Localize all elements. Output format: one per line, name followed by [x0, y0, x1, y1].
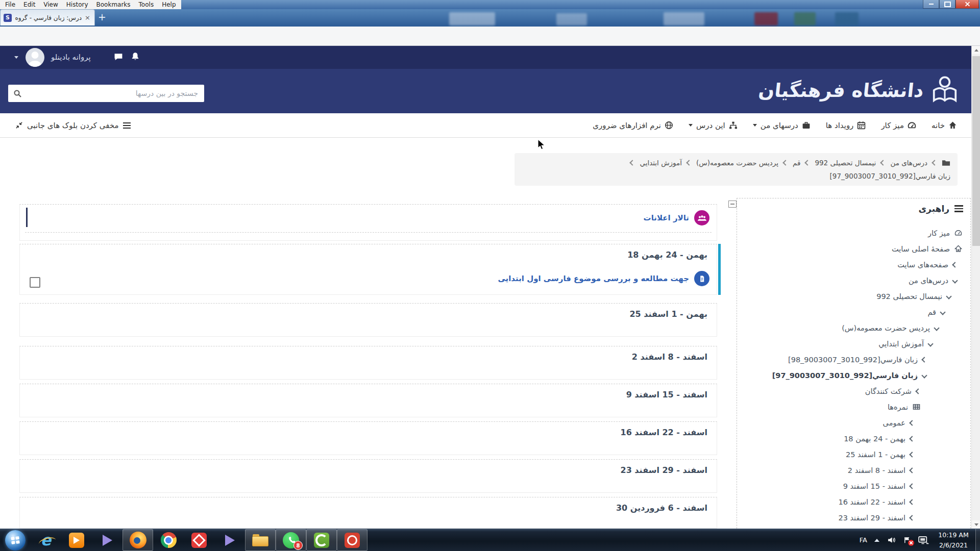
taskbar-explorer[interactable] [245, 529, 276, 551]
browser-tab[interactable]: S درس: زبان فارسي - گروه 97 [992] × [0, 9, 95, 26]
nav-label: درسهای من [761, 121, 798, 130]
item-label: شرکت کنندگان [865, 387, 912, 395]
taskbar-firefox-active[interactable] [122, 529, 153, 551]
course-search[interactable] [8, 85, 204, 102]
navblock-item-dashboard[interactable]: میز کار [928, 225, 970, 241]
navigation-block-header: راهبری [919, 204, 964, 214]
navblock-item-program[interactable]: آموزش ابتدايي [878, 336, 970, 352]
navblock-item-week-6[interactable]: 23 اسفند - 29 اسفند [838, 510, 970, 525]
breadcrumb-course[interactable]: زبان فارسي[97_9003007_3010_992] [830, 172, 950, 180]
navblock-item-week-1[interactable]: 18 بهمن - 24 بهمن [844, 431, 970, 446]
taskbar-clock[interactable]: 10:19 AM 2/6/2021 [936, 530, 971, 550]
chevron-collapsed-icon [909, 436, 915, 441]
messages-icon[interactable] [113, 53, 124, 61]
taskbar-internet-explorer[interactable]: e [31, 529, 61, 551]
chevron-collapsed-icon [909, 467, 915, 473]
menu-bookmarks[interactable]: Bookmarks [96, 1, 131, 8]
nav-item-dashboard[interactable]: میز کار [881, 121, 916, 130]
taskbar-whatsapp[interactable]: 8 [276, 529, 306, 551]
navblock-item-course-97[interactable]: زبان فارسي[97_9003007_3010_992] [772, 367, 970, 383]
tab-close-icon[interactable]: × [84, 14, 91, 21]
navblock-item-city[interactable]: قم [927, 304, 970, 320]
navblock-item-grades[interactable]: نمره‌ها [888, 399, 970, 415]
show-hidden-icons[interactable] [874, 539, 879, 542]
nav-item-software[interactable]: نرم افزارهای ضروری [593, 121, 673, 130]
menu-history[interactable]: History [66, 1, 88, 8]
navblock-item-course-98[interactable]: زبان فارسي[98_9003007_3010_992] [788, 352, 970, 367]
glass-reflection [449, 12, 495, 26]
taskbar-kmplayer-2[interactable] [214, 529, 245, 551]
nav-item-my-courses[interactable]: درسهای من [753, 121, 811, 130]
breadcrumb-my-courses[interactable]: درس‌های من [890, 159, 927, 167]
navblock-item-semester[interactable]: نیمسال تحصیلی 992 [876, 288, 970, 304]
volume-icon[interactable] [887, 536, 896, 544]
navblock-item-week-2[interactable]: 25 بهمن - 1 اسفند [846, 446, 970, 462]
taskbar-chrome[interactable] [153, 529, 184, 551]
nav-label: خانه [932, 121, 945, 130]
section-week-4: 9 اسفند - 15 اسفند [19, 384, 717, 417]
glass-reflection [664, 12, 704, 26]
breadcrumb-program[interactable]: آموزش ابتدايي [640, 159, 682, 167]
minimize-button[interactable] [923, 0, 939, 9]
hide-blocks-button[interactable]: مخفی کردن بلوک های جانبی [15, 113, 131, 137]
new-tab-button[interactable]: + [98, 12, 106, 22]
nav-item-events[interactable]: رویداد ها [826, 121, 866, 130]
menu-file[interactable]: File [5, 1, 15, 8]
sitemap-icon [729, 121, 738, 130]
breadcrumb-campus[interactable]: پردیس حضرت معصومه(س) [696, 159, 778, 167]
navblock-item-week-3[interactable]: 2 اسفند - 8 اسفند [848, 462, 970, 478]
navblock-item-general[interactable]: عمومی [883, 415, 970, 431]
breadcrumb-semester[interactable]: نیمسال تحصیلی 992 [815, 159, 876, 167]
university-logo[interactable]: دانشگاه فرهنگیان [758, 75, 958, 106]
navblock-item-participants[interactable]: شرکت کنندگان [865, 383, 970, 399]
language-indicator[interactable]: FA [860, 536, 867, 544]
menu-view[interactable]: View [43, 1, 58, 8]
user-menu-caret-icon[interactable] [14, 56, 18, 59]
navblock-item-campus[interactable]: پردیس حضرت معصومه(س) [842, 320, 970, 336]
chevron-expanded-icon [934, 325, 939, 331]
forum-icon [694, 210, 709, 226]
start-button[interactable] [0, 529, 31, 551]
menu-help[interactable]: Help [162, 1, 176, 8]
block-menu-icon[interactable] [954, 205, 963, 212]
user-name[interactable]: پروانه بادینلو [51, 53, 91, 62]
notifications-bell-icon[interactable] [131, 52, 140, 61]
activity-link[interactable]: جهت مطالعه و بررسی موضوع فارسی اول ابتدا… [498, 271, 709, 286]
menu-tools[interactable]: Tools [139, 1, 154, 8]
navblock-item-site-home[interactable]: صفحهٔ اصلی سایت [892, 241, 970, 257]
completion-checkbox[interactable] [30, 277, 40, 288]
taskbar-kmplayer[interactable] [92, 529, 122, 551]
chrome-icon [161, 532, 177, 548]
scroll-down-button[interactable] [972, 520, 980, 529]
navblock-item-week-4[interactable]: 9 اسفند - 15 اسفند [843, 478, 970, 494]
browser-menubar: File Edit View History Bookmarks Tools H… [0, 0, 980, 9]
menu-edit[interactable]: Edit [23, 1, 35, 8]
dock-block-icon[interactable] [728, 201, 737, 208]
action-center-flag-icon[interactable] [903, 536, 911, 544]
navblock-item-my-courses[interactable]: درس‌های من [909, 272, 970, 288]
scrollbar-thumb[interactable] [972, 56, 980, 246]
page-scrollbar[interactable] [971, 46, 980, 529]
taskbar-media-player[interactable] [61, 529, 92, 551]
tray-time: 10:19 AM [936, 530, 971, 540]
taskbar-camtasia-recorder[interactable] [337, 529, 368, 551]
taskbar-camtasia[interactable] [306, 529, 337, 551]
announcements-forum-link[interactable]: تالار اعلانات [644, 210, 709, 226]
close-button[interactable] [955, 0, 979, 9]
navblock-item-week-5[interactable]: 16 اسفند - 22 اسفند [838, 494, 970, 510]
maximize-button[interactable] [939, 0, 955, 9]
avatar[interactable] [26, 48, 44, 67]
nav-item-home[interactable]: خانه [932, 121, 957, 130]
user-topbar: پروانه بادینلو [0, 46, 971, 69]
nav-item-this-course[interactable]: این درس [689, 121, 738, 130]
search-icon [13, 89, 21, 97]
window-controls [923, 0, 979, 8]
network-icon[interactable] [918, 536, 929, 544]
show-desktop-button[interactable] [975, 529, 980, 551]
scroll-up-button[interactable] [972, 46, 980, 54]
course-search-input[interactable] [26, 89, 199, 98]
navblock-item-site-pages[interactable]: صفحه‌های سایت [897, 257, 970, 272]
breadcrumb-city[interactable]: قم [793, 159, 800, 167]
windows-start-icon [5, 530, 26, 550]
taskbar-anydesk[interactable] [184, 529, 214, 551]
